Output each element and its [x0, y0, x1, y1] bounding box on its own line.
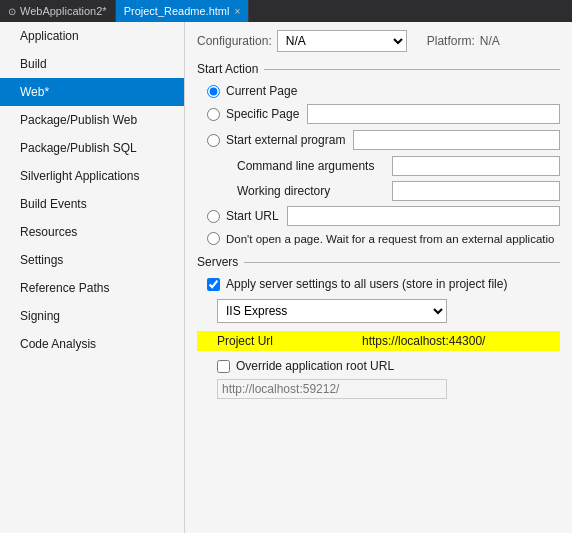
servers-divider	[244, 262, 560, 263]
sidebar-item-settings[interactable]: Settings	[0, 246, 184, 274]
sidebar-item-resources[interactable]: Resources	[0, 218, 184, 246]
servers-section: Servers Apply server settings to all use…	[197, 255, 560, 399]
sidebar-item-reference-paths[interactable]: Reference Paths	[0, 274, 184, 302]
radio-no-page-row: Don't open a page. Wait for a request fr…	[207, 232, 560, 245]
project-url-row: Project Url https://localhost:44300/	[197, 331, 560, 351]
start-url-input[interactable]	[287, 206, 560, 226]
specific-page-input[interactable]	[307, 104, 560, 124]
cmd-args-label: Command line arguments	[237, 159, 392, 173]
external-program-input[interactable]	[353, 130, 560, 150]
config-label: Configuration:	[197, 34, 272, 48]
tab-webapplication-icon: ⊙	[8, 6, 16, 17]
sidebar-item-silverlight[interactable]: Silverlight Applications	[0, 162, 184, 190]
tab-readme-close[interactable]: ×	[234, 6, 240, 17]
radio-specific-page-row: Specific Page	[207, 104, 560, 124]
radio-start-url-label: Start URL	[226, 209, 279, 223]
radio-external-program[interactable]	[207, 134, 220, 147]
config-row: Configuration: N/A Platform: N/A	[197, 30, 560, 52]
radio-specific-page-label: Specific Page	[226, 107, 299, 121]
radio-start-url-row: Start URL	[207, 206, 560, 226]
working-dir-label: Working directory	[237, 184, 392, 198]
tab-webapplication[interactable]: ⊙ WebApplication2*	[0, 0, 116, 22]
sidebar-item-build-events[interactable]: Build Events	[0, 190, 184, 218]
tab-readme[interactable]: Project_Readme.html ×	[116, 0, 250, 22]
radio-no-page-label: Don't open a page. Wait for a request fr…	[226, 233, 554, 245]
cmd-args-input[interactable]	[392, 156, 560, 176]
project-url-value: https://localhost:44300/	[357, 331, 490, 351]
tab-readme-label: Project_Readme.html	[124, 5, 230, 17]
radio-current-page[interactable]	[207, 85, 220, 98]
radio-current-page-row: Current Page	[207, 84, 560, 98]
server-select-row: IIS Express	[197, 299, 560, 323]
cmd-args-row: Command line arguments	[207, 156, 560, 176]
radio-external-program-row: Start external program	[207, 130, 560, 150]
override-row: Override application root URL	[197, 359, 560, 373]
working-dir-row: Working directory	[207, 181, 560, 201]
server-type-select[interactable]: IIS Express	[217, 299, 447, 323]
radio-start-url[interactable]	[207, 210, 220, 223]
platform-value: N/A	[480, 34, 500, 48]
radio-current-page-label: Current Page	[226, 84, 297, 98]
section-divider	[264, 69, 560, 70]
override-url-input[interactable]	[217, 379, 447, 399]
override-url-checkbox[interactable]	[217, 360, 230, 373]
start-action-section-title: Start Action	[197, 62, 560, 76]
project-url-label: Project Url	[217, 331, 357, 351]
sidebar-item-web[interactable]: Web*	[0, 78, 184, 106]
platform-label: Platform:	[427, 34, 475, 48]
sidebar-item-package-web[interactable]: Package/Publish Web	[0, 106, 184, 134]
content-panel: Configuration: N/A Platform: N/A Start A…	[185, 22, 572, 533]
sidebar-item-signing[interactable]: Signing	[0, 302, 184, 330]
apply-server-label: Apply server settings to all users (stor…	[226, 277, 507, 291]
servers-section-title: Servers	[197, 255, 560, 269]
sidebar-item-build[interactable]: Build	[0, 50, 184, 78]
sidebar-item-code-analysis[interactable]: Code Analysis	[0, 330, 184, 358]
override-input-row	[197, 379, 560, 399]
sidebar: Application Build Web* Package/Publish W…	[0, 22, 185, 533]
tab-webapplication-label: WebApplication2*	[20, 5, 107, 17]
override-url-label: Override application root URL	[236, 359, 394, 373]
config-select[interactable]: N/A	[277, 30, 407, 52]
title-bar: ⊙ WebApplication2* Project_Readme.html ×	[0, 0, 572, 22]
radio-external-program-label: Start external program	[226, 133, 345, 147]
radio-specific-page[interactable]	[207, 108, 220, 121]
apply-server-checkbox[interactable]	[207, 278, 220, 291]
apply-server-row: Apply server settings to all users (stor…	[197, 277, 560, 291]
working-dir-input[interactable]	[392, 181, 560, 201]
start-action-radio-group: Current Page Specific Page Start externa…	[197, 84, 560, 245]
main-container: Application Build Web* Package/Publish W…	[0, 22, 572, 533]
sidebar-item-package-sql[interactable]: Package/Publish SQL	[0, 134, 184, 162]
sidebar-item-application[interactable]: Application	[0, 22, 184, 50]
radio-no-page[interactable]	[207, 232, 220, 245]
